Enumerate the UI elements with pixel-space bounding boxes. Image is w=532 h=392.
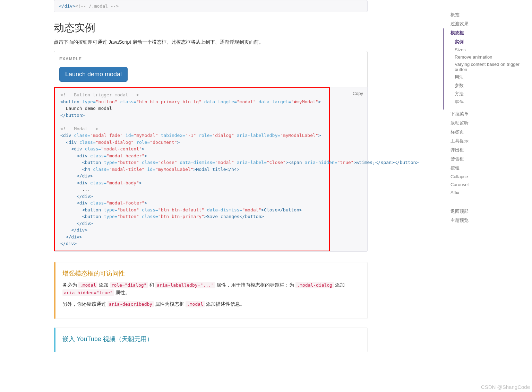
code-highlight-area: <!-- Button trigger modal --> <button ty…	[54, 87, 330, 251]
callout-accessibility: 增强模态框的可访问性 务必为 .modal 添加 role="dialog" 和…	[54, 262, 368, 319]
sidebar-sublink[interactable]: Sizes	[455, 47, 532, 52]
sidebar-item: 按钮	[451, 164, 532, 173]
callout-paragraph-1: 务必为 .modal 添加 role="dialog" 和 aria-label…	[62, 281, 360, 297]
sidebar-link[interactable]: Collapse	[451, 174, 532, 179]
section-description: 点击下面的按钮即可通过 JavaScript 启动一个模态框。此模态框将从上到下…	[54, 38, 368, 46]
sidebar-sublink[interactable]: 实例	[455, 39, 532, 45]
sidebar-subitem: 方法	[455, 90, 532, 98]
section-heading: 动态实例	[54, 21, 368, 35]
code-inline: aria-describedby	[108, 301, 154, 307]
code-fragment-top: </div><!-- /.modal -->	[54, 0, 368, 12]
sidebar-sublink[interactable]: 方法	[455, 91, 532, 97]
sidebar-item: 过渡效果	[451, 19, 532, 28]
sidebar-subitem: Remove animation	[455, 53, 532, 61]
sidebar-link[interactable]: 弹出框	[451, 147, 532, 153]
sidebar-link[interactable]: 警告框	[451, 156, 532, 162]
sidebar-item: 工具提示	[451, 137, 532, 146]
callout-youtube: 嵌入 YouTube 视频（天朝无用）	[54, 328, 368, 352]
theme-preview-link[interactable]: 主题预览	[451, 216, 532, 225]
sidebar-nav: 概览过渡效果模态框实例SizesRemove animationVarying …	[444, 10, 532, 225]
back-to-top-link[interactable]: 返回顶部	[451, 207, 532, 216]
callout-paragraph-2: 另外，你还应该通过 aria-describedby 属性为模态框 .modal…	[62, 300, 360, 308]
sidebar-item: 概览	[451, 10, 532, 19]
sidebar-sublink[interactable]: Varying content based on trigger button	[455, 62, 532, 72]
code-comment: <!-- /.modal -->	[75, 3, 119, 9]
sidebar-link[interactable]: Carousel	[451, 182, 532, 187]
sidebar-item: 模态框实例SizesRemove animationVarying conten…	[443, 28, 532, 110]
callout-title: 增强模态框的可访问性	[62, 269, 360, 278]
code-inline: aria-hidden="true"	[62, 289, 114, 296]
sidebar-subitem: Varying content based on trigger button	[455, 61, 532, 73]
sidebar-item: Collapse	[451, 173, 532, 181]
sidebar-item: 下拉菜单	[451, 110, 532, 119]
sidebar-item: 滚动监听	[451, 119, 532, 128]
code-inline: .modal	[186, 301, 205, 307]
launch-demo-modal-button[interactable]: Launch demo modal	[59, 67, 128, 82]
closing-div-tag: </div>	[59, 3, 75, 9]
sidebar-sublink[interactable]: 用法	[455, 74, 532, 80]
sidebar-link[interactable]: 滚动监听	[451, 120, 532, 126]
code-inline: .modal	[78, 282, 97, 288]
sidebar-sublink[interactable]: 事件	[455, 99, 532, 105]
sidebar-link[interactable]: 过渡效果	[451, 21, 532, 27]
sidebar-link[interactable]: 工具提示	[451, 138, 532, 144]
code-content: <!-- Button trigger modal --> <button ty…	[60, 92, 324, 247]
code-inline: .modal-dialog	[295, 282, 334, 288]
sidebar-subitem: Sizes	[455, 46, 532, 53]
sidebar-link[interactable]: 下拉菜单	[451, 111, 532, 117]
sidebar-link[interactable]: 按钮	[451, 165, 532, 171]
sidebar-sublink[interactable]: 参数	[455, 82, 532, 89]
sidebar-item: Affix	[451, 189, 532, 197]
sidebar-link[interactable]: 概览	[451, 12, 532, 18]
example-panel: Launch demo modal	[54, 51, 368, 87]
sidebar-item: 弹出框	[451, 146, 532, 155]
sidebar-item: Carousel	[451, 181, 532, 189]
sidebar-subitem: 事件	[455, 98, 532, 106]
sidebar-link[interactable]: 标签页	[451, 129, 532, 135]
code-inline: aria-labelledby="..."	[155, 282, 215, 288]
sidebar-item: 警告框	[451, 155, 532, 164]
callout-title: 嵌入 YouTube 视频（天朝无用）	[62, 335, 360, 343]
sidebar-link[interactable]: Affix	[451, 190, 532, 195]
sidebar-subitem: 用法	[455, 73, 532, 81]
code-block: Copy <!-- Button trigger modal --> <butt…	[54, 87, 368, 252]
copy-button[interactable]: Copy	[353, 91, 363, 96]
sidebar-subitem: 参数	[455, 81, 532, 90]
sidebar-subitem: 实例	[455, 38, 532, 46]
sidebar-link[interactable]: 模态框	[451, 30, 532, 36]
watermark: CSDN @ShangCode	[481, 384, 530, 390]
sidebar-sublink[interactable]: Remove animation	[455, 54, 532, 60]
sidebar-item: 标签页	[451, 128, 532, 137]
code-inline: role="dialog"	[110, 282, 148, 288]
